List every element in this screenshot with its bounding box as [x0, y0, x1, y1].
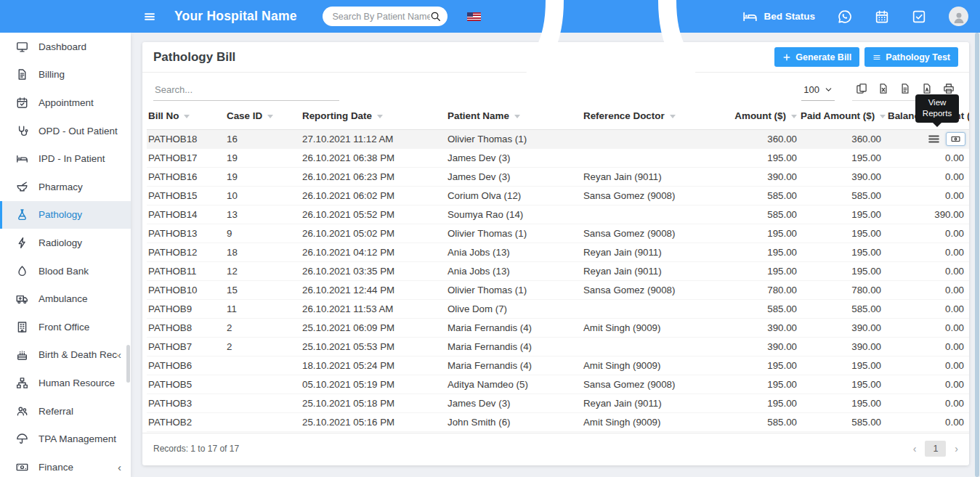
cell-case-id [225, 394, 301, 413]
cell-reference-doctor: Sansa Gomez (9008) [582, 224, 716, 243]
notifications-button[interactable]: 415 [502, 0, 720, 126]
patient-search-box[interactable] [323, 7, 448, 26]
cell-amount: 585.00 [716, 205, 799, 224]
column-header[interactable]: Case ID [225, 105, 301, 130]
cell-balance-amount: 0.00 [884, 413, 969, 432]
cell-amount: 585.00 [716, 187, 799, 205]
cell-paid-amount: 195.00 [799, 356, 884, 375]
sidebar-item-icon [15, 208, 29, 222]
table-search-input[interactable] [153, 81, 339, 101]
cell-amount: 390.00 [716, 168, 799, 187]
sidebar-item-label: Human Resource [39, 378, 121, 388]
cell-balance-amount: 0.00 [884, 300, 969, 319]
sidebar-item-front-office[interactable]: Front Office [0, 313, 131, 341]
table-row[interactable]: PATHOB16 19 26.10.2021 06:23 PM James De… [147, 168, 969, 187]
page-scrollbar-thumb[interactable] [975, 33, 979, 477]
patient-search-input[interactable] [332, 12, 430, 22]
sidebar-item-finance[interactable]: Finance ‹ [0, 453, 131, 477]
page-scrollbar[interactable] [974, 33, 980, 477]
sidebar-item-label: Pharmacy [39, 182, 121, 192]
sidebar-item-pharmacy[interactable]: Pharmacy [0, 173, 131, 201]
table-row[interactable]: PATHOB17 19 26.10.2021 06:38 PM James De… [147, 149, 969, 168]
cell-reporting-date: 26.10.2021 04:12 PM [301, 243, 446, 262]
cell-bill-no: PATHOB1 [147, 432, 225, 433]
table-row[interactable]: PATHOB14 13 26.10.2021 05:52 PM Soumya R… [147, 205, 969, 224]
tasks-icon[interactable] [912, 9, 926, 24]
table-row[interactable]: PATHOB2 25.10.2021 05:16 PM John Smith (… [147, 413, 969, 432]
sidebar: Dashboard Billing Appointment OPD - Out … [0, 33, 131, 477]
cell-paid-amount: 390.00 [799, 319, 884, 338]
sidebar-item-pathology[interactable]: Pathology [0, 201, 131, 229]
bed-status-button[interactable]: Bed Status [742, 9, 815, 24]
table-row[interactable]: PATHOB11 12 26.10.2021 03:35 PM Ania Job… [147, 262, 969, 281]
table-row[interactable]: PATHOB15 10 26.10.2021 06:02 PM Corium O… [147, 187, 969, 205]
table-row[interactable]: PATHOB7 2 25.10.2021 05:53 PM Maria Fern… [147, 338, 969, 356]
cell-balance-amount [884, 130, 969, 149]
sidebar-scrollbar-thumb[interactable] [126, 345, 130, 383]
cell-reporting-date: 27.10.2021 11:12 AM [301, 130, 446, 149]
sidebar-item-opd-out-patient[interactable]: OPD - Out Patient [0, 117, 131, 145]
cell-paid-amount: 195.00 [799, 243, 884, 262]
sidebar-item-ipd-in-patient[interactable]: IPD - In Patient [0, 144, 131, 173]
table-row[interactable]: PATHOB9 11 26.10.2021 11:53 AM Olive Dom… [147, 300, 969, 319]
cell-bill-no: PATHOB9 [147, 300, 225, 319]
sidebar-item-label: Ambulance [39, 293, 121, 304]
cell-amount: 390.00 [716, 432, 799, 433]
table-row[interactable]: PATHOB1 25.10.2021 05:13 PM Smith (10) A… [147, 432, 969, 433]
sidebar-item-dashboard[interactable]: Dashboard [0, 33, 131, 61]
sidebar-item-birth-death-record[interactable]: Birth & Death Record ‹ [0, 341, 131, 370]
column-header[interactable]: Bill No [147, 105, 225, 130]
sidebar-item-human-resource[interactable]: Human Resource [0, 369, 131, 397]
table-row[interactable]: PATHOB6 18.10.2021 05:24 PM Maria Fernan… [147, 356, 969, 375]
cell-paid-amount: 390.00 [799, 432, 884, 433]
sidebar-item-blood-bank[interactable]: Blood Bank [0, 257, 131, 285]
sidebar-item-radiology[interactable]: Radiology [0, 229, 131, 257]
us-flag-icon[interactable] [467, 12, 481, 21]
sidebar-item-icon [15, 179, 29, 194]
sidebar-item-icon [15, 348, 29, 362]
view-reports-button[interactable] [927, 132, 941, 146]
cell-bill-no: PATHOB12 [147, 243, 225, 262]
menu-icon[interactable] [143, 10, 156, 23]
sidebar-item-tpa-management[interactable]: TPA Management [0, 425, 131, 453]
cell-amount: 195.00 [716, 262, 799, 281]
prev-page-button[interactable]: ‹ [913, 443, 917, 454]
sidebar-item-appointment[interactable]: Appointment [0, 89, 131, 117]
table-body: PATHOB18 16 27.10.2021 11:12 AM Olivier … [147, 130, 969, 433]
top-header-bar: Your Hospital Name 415 Bed Status [0, 0, 980, 33]
table-row[interactable]: PATHOB10 15 26.10.2021 12:44 PM Olivier … [147, 281, 969, 300]
bed-status-label: Bed Status [764, 11, 815, 22]
cell-reference-doctor [582, 149, 716, 168]
page-title: Pathology Bill [153, 50, 235, 65]
sidebar-item-ambulance[interactable]: Ambulance [0, 285, 131, 313]
table-row[interactable]: PATHOB18 16 27.10.2021 11:12 AM Olivier … [147, 130, 969, 149]
whatsapp-icon[interactable] [838, 9, 852, 24]
cell-reporting-date: 25.10.2021 05:13 PM [301, 432, 446, 433]
sidebar-item-referral[interactable]: Referral [0, 397, 131, 425]
cell-balance-amount: 0.00 [884, 432, 969, 433]
cell-reporting-date: 18.10.2021 05:24 PM [301, 356, 446, 375]
sidebar-item-billing[interactable]: Billing [0, 61, 131, 89]
table-row[interactable]: PATHOB3 25.10.2021 05:18 PM James Dev (3… [147, 394, 969, 413]
table-row[interactable]: PATHOB13 9 26.10.2021 05:02 PM Olivier T… [147, 224, 969, 243]
cell-amount: 195.00 [716, 356, 799, 375]
cell-paid-amount: 390.00 [799, 338, 884, 356]
cell-patient-name: James Dev (3) [446, 168, 582, 187]
cell-reference-doctor: Amit Singh (9009) [582, 432, 716, 433]
cell-patient-name: James Dev (3) [446, 394, 582, 413]
calendar-icon[interactable] [875, 9, 889, 24]
cell-reference-doctor: Sansa Gomez (9008) [582, 375, 716, 394]
table-row[interactable]: PATHOB8 2 25.10.2021 06:09 PM Maria Fern… [147, 319, 969, 338]
search-icon[interactable] [430, 11, 441, 22]
cell-patient-name: Olive Dom (7) [446, 300, 582, 319]
page-number-button[interactable]: 1 [925, 441, 946, 457]
cell-bill-no: PATHOB6 [147, 356, 225, 375]
user-avatar-icon[interactable] [949, 7, 968, 26]
cell-bill-no: PATHOB7 [147, 338, 225, 356]
next-page-button[interactable]: › [955, 443, 958, 454]
table-row[interactable]: PATHOB12 18 26.10.2021 04:12 PM Ania Job… [147, 243, 969, 262]
payment-button[interactable] [946, 132, 965, 146]
cell-bill-no: PATHOB3 [147, 394, 225, 413]
sidebar-item-label: Dashboard [39, 41, 121, 52]
table-row[interactable]: PATHOB5 05.10.2021 05:19 PM Aditya Namde… [147, 375, 969, 394]
